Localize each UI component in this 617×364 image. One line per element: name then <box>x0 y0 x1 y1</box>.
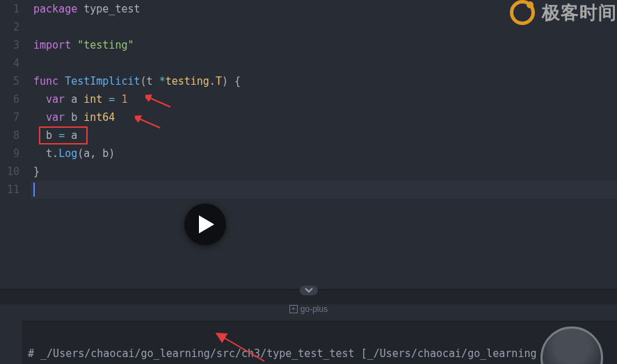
code-line-7[interactable]: var b int64 <box>31 108 617 126</box>
code-line-8[interactable]: b = a <box>31 126 617 144</box>
terminal-output[interactable]: # _/Users/chaocai/go_learning/src/ch3/ty… <box>22 321 617 364</box>
watermark-logo: 极客时间 <box>510 0 617 25</box>
code-line-10[interactable]: } <box>31 163 617 181</box>
watermark-text: 极客时间 <box>542 1 617 25</box>
code-line-6[interactable]: var a int = 1 <box>31 90 617 108</box>
panel-tab-goplus[interactable]: +go-plus <box>0 304 617 314</box>
code-line-9[interactable]: t.Log(a, b) <box>31 144 617 163</box>
code-line-5[interactable]: func TestImplicit(t *testing.T) { <box>31 72 617 90</box>
line-number-gutter: 1 2 3 4 5 6 7 8 9 10 11 <box>0 0 31 204</box>
chevron-down-icon[interactable] <box>300 286 318 295</box>
code-area[interactable]: package type_test import "testing" func … <box>31 0 617 204</box>
code-line-4[interactable] <box>31 54 617 72</box>
play-icon <box>199 215 214 233</box>
code-line-11[interactable] <box>31 181 617 199</box>
panel-divider[interactable] <box>0 289 617 304</box>
code-line-3[interactable]: import "testing" <box>31 36 617 54</box>
plus-icon: + <box>289 305 298 313</box>
text-cursor <box>33 183 35 197</box>
logo-ring-icon <box>510 0 535 25</box>
terminal-line-1: # _/Users/chaocai/go_learning/src/ch3/ty… <box>28 347 537 360</box>
play-button[interactable] <box>184 204 226 245</box>
